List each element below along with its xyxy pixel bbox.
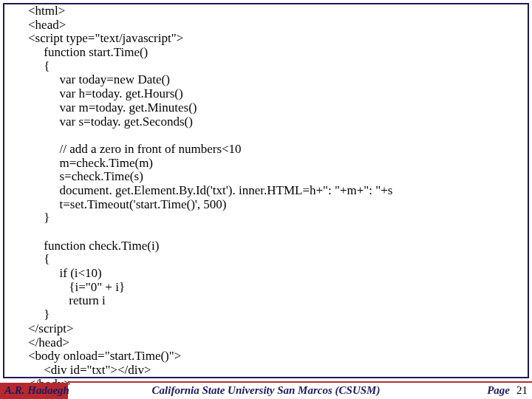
slide-footer: A.R. Hadaegh California State University… [0,380,532,399]
footer-page-label: Page [487,384,510,397]
footer-author: A.R. Hadaegh [4,384,69,397]
footer-divider-line [68,381,532,383]
footer-page-number: 21 [516,384,528,397]
code-content: <html> <head> <script type="text/javascr… [28,4,502,399]
footer-institution: California State University San Marcos (… [0,384,532,397]
